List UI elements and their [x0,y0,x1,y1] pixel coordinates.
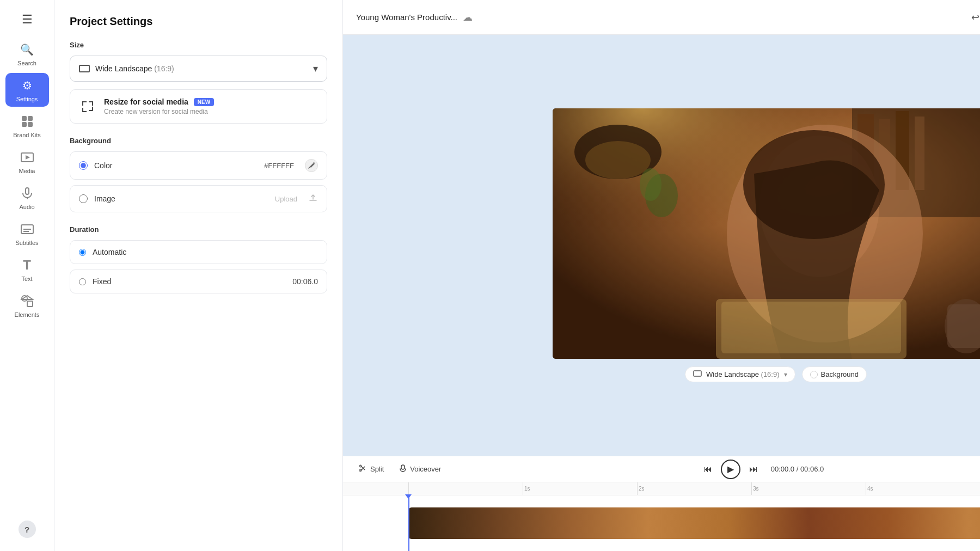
undo-button[interactable]: ↩ [966,8,980,27]
project-title: Young Woman's Productiv... ☁ [356,11,957,23]
sidebar-item-search[interactable]: 🔍 Search [5,37,49,71]
chevron-down-icon: ▾ [313,63,318,75]
elements-icon [19,293,35,309]
timeline-ruler: 1s 2s 3s 4s 5s 6s [343,482,980,495]
sidebar-item-elements[interactable]: Elements [5,289,49,322]
video-canvas [553,108,980,359]
sidebar-item-label: Brand Kits [13,132,41,138]
settings-panel: Project Settings Size Wide Landscape (16… [54,0,343,551]
size-pill-rect-icon [693,370,702,378]
help-icon: ? [19,521,36,538]
fixed-option-card[interactable]: Fixed 00:06.0 [70,270,327,293]
sidebar-item-subtitles[interactable]: Subtitles [5,217,49,250]
bg-color-dot [810,371,818,378]
sidebar-item-label: Media [19,168,35,174]
sidebar-item-label: Subtitles [15,240,38,246]
playhead-handle[interactable] [405,494,412,499]
svg-rect-35 [694,371,701,376]
hamburger-button[interactable]: ☰ [5,9,49,30]
svg-rect-3 [28,122,33,127]
color-radio[interactable] [79,161,88,170]
sidebar-item-label: Settings [16,96,38,102]
size-pill-label: Wide Landscape (16:9) [706,370,779,378]
video-thumbnails [408,507,980,539]
sidebar-item-brand-kits[interactable]: Brand Kits [5,109,49,143]
sidebar-item-text[interactable]: T Text [5,253,49,286]
background-section-label: Background [70,137,327,145]
image-option-card[interactable]: Image Upload [70,185,327,212]
nav-buttons: ↩ ↪ [966,8,980,27]
sidebar-item-label: Elements [15,311,40,318]
sidebar: ☰ 🔍 Search ⚙ Settings Brand Kits Media [0,0,54,551]
resize-title: Resize for social media [104,97,188,106]
fixed-duration-value: 00:06.0 [292,277,318,286]
fixed-radio[interactable] [79,278,86,285]
svg-rect-6 [26,188,29,194]
split-button[interactable]: Split [352,461,391,477]
chevron-down-icon: ▾ [784,371,787,378]
size-section-label: Size [70,41,327,49]
sidebar-item-settings[interactable]: ⚙ Settings [5,73,49,107]
svg-rect-12 [27,301,33,307]
duration-section: Duration Automatic Fixed 00:06.0 [70,225,327,293]
sidebar-item-help[interactable]: ? [5,516,49,542]
mic-icon [399,464,407,474]
image-radio[interactable] [79,194,88,203]
svg-rect-38 [401,465,405,469]
topbar: Young Woman's Productiv... ☁ ↩ ↪ Share U… [343,0,980,35]
landscape-icon [79,65,90,72]
fast-forward-button[interactable]: ⏭ [745,461,762,478]
color-option-card[interactable]: Color #FFFFFF [70,151,327,180]
video-track[interactable] [408,507,980,539]
svg-marker-5 [26,155,30,160]
svg-rect-1 [28,116,33,121]
ruler-mark-3: 3s [751,482,866,495]
fixed-label: Fixed [93,277,286,286]
color-picker-button[interactable] [305,159,318,172]
size-pill[interactable]: Wide Landscape (16:9) ▾ [685,366,795,382]
play-button[interactable]: ▶ [721,460,740,479]
size-dropdown-value: Wide Landscape (16:9) [95,64,174,73]
sidebar-item-label: Audio [19,204,34,210]
canvas-controls-bar: Wide Landscape (16:9) ▾ Background [685,366,867,382]
rewind-button[interactable]: ⏮ [699,461,716,478]
main-area: Young Woman's Productiv... ☁ ↩ ↪ Share U… [343,0,980,551]
automatic-radio[interactable] [79,249,86,256]
panel-title: Project Settings [70,15,327,28]
timeline-track-area [343,495,980,551]
background-pill[interactable]: Background [802,366,867,382]
svg-rect-0 [22,116,27,121]
search-icon: 🔍 [19,41,35,58]
resize-subtitle: Create new version for social media [104,108,214,115]
timeline-time: 00:00.0 / 00:06.0 [771,465,824,473]
resize-icon [79,98,96,115]
canvas-area: Wide Landscape (16:9) ▾ Background [343,35,980,456]
subtitles-icon [19,221,35,237]
voiceover-button[interactable]: Voiceover [391,461,449,477]
sidebar-item-media[interactable]: Media [5,145,49,179]
ruler-mark-1: 1s [523,482,637,495]
timeline-playback-controls: ⏮ ▶ ⏭ 00:00.0 / 00:06.0 [449,460,980,479]
cloud-save-icon[interactable]: ☁ [463,11,473,23]
automatic-option-card[interactable]: Automatic [70,240,327,264]
image-label: Image [94,194,268,203]
timeline-toolbar: Split Voiceover ⏮ ▶ ⏭ [343,456,980,482]
upload-icon [308,193,318,205]
scissors-icon [359,464,367,474]
svg-rect-2 [22,122,27,127]
svg-rect-34 [553,108,980,359]
upload-label: Upload [275,195,297,203]
color-label: Color [94,161,258,170]
resize-social-card[interactable]: Resize for social media NEW Create new v… [70,89,327,124]
media-icon [19,149,35,166]
size-dropdown[interactable]: Wide Landscape (16:9) ▾ [70,56,327,82]
settings-icon: ⚙ [19,77,35,94]
ruler-mark-0 [408,482,523,495]
new-badge: NEW [194,98,214,106]
timeline-area: Split Voiceover ⏮ ▶ ⏭ [343,456,980,551]
sidebar-item-audio[interactable]: Audio [5,181,49,215]
bg-pill-label: Background [821,370,859,378]
automatic-label: Automatic [93,248,318,256]
audio-icon [19,185,35,201]
ruler-mark-4: 4s [866,482,980,495]
